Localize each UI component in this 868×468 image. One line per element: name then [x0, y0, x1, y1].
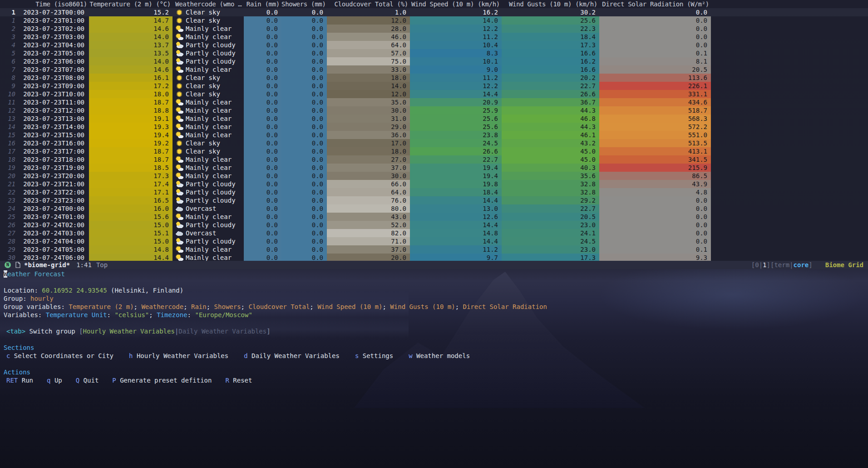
modeline-tab-core[interactable]: core — [794, 261, 809, 269]
tab-key-hint[interactable]: <tab> — [6, 328, 25, 335]
column-header-showers[interactable]: Showers (mm) — [281, 0, 327, 8]
table-row[interactable]: 152023-07-23T15:0019.4Mainly clear0.00.0… — [0, 131, 868, 139]
table-row[interactable]: 272023-07-24T03:0015.1Overcast0.00.082.0… — [0, 229, 868, 237]
cell-showers: 0.0 — [281, 196, 327, 204]
group-variable[interactable]: Showers — [214, 303, 241, 310]
sections-heading: Sections — [0, 344, 868, 352]
section-item-c[interactable]: cSelect Coordinates or City — [6, 352, 113, 360]
table-row[interactable]: 182023-07-23T18:0018.7Mainly clear0.00.0… — [0, 155, 868, 164]
table-row[interactable]: 242023-07-24T00:0016.0Overcast0.00.080.0… — [0, 204, 868, 213]
cell-temp: 19.1 — [89, 115, 173, 123]
table-row[interactable]: 12023-07-23T01:0014.7Clear sky0.00.012.0… — [0, 16, 868, 25]
column-header-time[interactable]: Time (iso8601) — [19, 0, 89, 8]
table-row[interactable]: 282023-07-24T04:0015.0Partly cloudy0.00.… — [0, 237, 868, 245]
location-line: Location:60.16952 24.93545(Helsinki, Fin… — [0, 286, 868, 294]
table-row[interactable]: 12023-07-23T00:0015.2Clear sky0.00.01.01… — [0, 8, 868, 16]
action-item-q[interactable]: qUp — [47, 376, 62, 384]
table-row[interactable]: 252023-07-24T01:0015.6Mainly clear0.00.0… — [0, 213, 868, 221]
column-header-rain[interactable]: Rain (mm) — [244, 0, 281, 8]
group-variable[interactable]: Rain — [191, 303, 207, 310]
cell-line: 27 — [0, 229, 19, 237]
section-item-s[interactable]: sSettings — [355, 352, 393, 360]
cell-solar: 568.3 — [599, 115, 711, 123]
table-row[interactable]: 42023-07-23T04:0013.7Partly cloudy0.00.0… — [0, 41, 868, 49]
group-variable[interactable]: Weathercode — [141, 303, 183, 310]
table-row[interactable]: 122023-07-23T12:0018.8Mainly clear0.00.0… — [0, 106, 868, 115]
table-row[interactable]: 192023-07-23T19:0018.5Mainly clear0.00.0… — [0, 164, 868, 172]
cell-solar: 0.0 — [599, 213, 711, 221]
location-coordinates[interactable]: 60.16952 24.93545 — [42, 287, 107, 294]
weather-label: Mainly clear — [186, 254, 232, 261]
location-label: Location: — [4, 287, 38, 294]
table-row[interactable]: 142023-07-23T14:0019.3Mainly clear0.00.0… — [0, 123, 868, 131]
action-item-p[interactable]: PGenerate preset defition — [112, 376, 212, 384]
table-row[interactable]: 62023-07-23T06:0014.0Partly cloudy0.00.0… — [0, 57, 868, 65]
cell-wind: 14.4 — [410, 196, 502, 204]
table-row[interactable]: 132023-07-23T13:0019.1Mainly clear0.00.0… — [0, 115, 868, 123]
group-variable[interactable]: Wind Gusts (10 m) — [390, 303, 455, 310]
section-item-d[interactable]: dDaily Weather Variables — [244, 352, 340, 360]
action-item-ret[interactable]: RETRun — [6, 376, 33, 384]
table-row[interactable]: 292023-07-24T05:0014.8Mainly clear0.00.0… — [0, 245, 868, 254]
cell-showers: 0.0 — [281, 229, 327, 237]
weather-label: Clear sky — [186, 9, 220, 16]
cell-cloud: 43.0 — [327, 213, 410, 221]
table-row[interactable]: 52023-07-23T05:0013.5Partly cloudy0.00.0… — [0, 49, 868, 57]
tab-option-inactive[interactable]: Daily Weather Variables — [178, 328, 266, 335]
weather-label: Mainly clear — [186, 164, 232, 171]
tab-option-active[interactable]: Hourly Weather Variables — [83, 328, 175, 335]
table-row[interactable]: 262023-07-24T02:0015.0Partly cloudy0.00.… — [0, 221, 868, 229]
table-row[interactable]: 202023-07-23T20:0017.3Mainly clear0.00.0… — [0, 172, 868, 180]
sun-behind-small-cloud-icon — [175, 107, 183, 114]
table-row[interactable]: 222023-07-23T22:0017.1Partly cloudy0.00.… — [0, 188, 868, 196]
table-row[interactable]: 302023-07-24T06:0014.4Mainly clear0.00.0… — [0, 254, 868, 261]
sun-behind-small-cloud-icon — [175, 115, 183, 122]
cell-line: 30 — [0, 254, 19, 261]
cell-gusts: 23.0 — [502, 221, 599, 229]
group-variable[interactable]: Temperature (2 m) — [69, 303, 133, 310]
table-row[interactable]: 92023-07-23T09:0017.2Clear sky0.00.014.0… — [0, 82, 868, 90]
cell-gusts: 24.5 — [502, 237, 599, 245]
major-mode-name[interactable]: Biome Grid — [825, 261, 863, 269]
table-row[interactable]: 82023-07-23T08:0016.1Clear sky0.00.018.0… — [0, 74, 868, 82]
cell-gusts: 22.7 — [502, 82, 599, 90]
cell-wind: 12.2 — [410, 82, 502, 90]
section-item-w[interactable]: wWeather models — [409, 352, 470, 360]
column-header-weather[interactable]: Weathercode (wmo … — [173, 0, 244, 8]
table-row[interactable]: 22023-07-23T02:0014.6Mainly clear0.00.02… — [0, 25, 868, 33]
table-row[interactable]: 32023-07-23T03:0014.0Mainly clear0.00.04… — [0, 33, 868, 41]
column-header-wind[interactable]: Wind Speed (10 m) (km/h) — [410, 0, 502, 8]
group-variable[interactable]: Wind Speed (10 m) — [317, 303, 382, 310]
column-header-temp[interactable]: Temperature (2 m) (°C) — [89, 0, 173, 8]
cell-rain: 0.0 — [244, 131, 281, 139]
column-header-cloud[interactable]: Cloudcover Total (%) — [327, 0, 410, 8]
group-variable[interactable]: Direct Solar Radiation — [463, 303, 547, 310]
section-item-label: Hourly Weather Variables — [137, 352, 228, 359]
file-icon — [15, 262, 20, 268]
cell-wind: 14.0 — [410, 16, 502, 25]
table-row[interactable]: 102023-07-23T10:0018.0Clear sky0.00.012.… — [0, 90, 868, 98]
modeline-tab-term[interactable]: term — [774, 261, 789, 269]
table-row[interactable]: 232023-07-23T23:0016.5Partly cloudy0.00.… — [0, 196, 868, 204]
table-row[interactable]: 212023-07-23T21:0017.4Partly cloudy0.00.… — [0, 180, 868, 188]
table-row[interactable]: 162023-07-23T16:0019.2Clear sky0.00.017.… — [0, 139, 868, 147]
group-value[interactable]: hourly — [30, 295, 54, 302]
column-header-solar[interactable]: Direct Solar Radiation (W/m²) — [599, 0, 711, 8]
table-row[interactable]: 72023-07-23T07:0014.6Mainly clear0.00.03… — [0, 65, 868, 74]
group-variable[interactable]: Cloudcover Total — [248, 303, 310, 310]
table-row[interactable]: 172023-07-23T17:0018.7Clear sky0.00.018.… — [0, 147, 868, 155]
cell-time: 2023-07-23T10:00 — [19, 90, 89, 98]
action-item-q[interactable]: QQuit — [76, 376, 99, 384]
sun-icon — [175, 9, 183, 16]
cell-temp: 18.7 — [89, 147, 173, 155]
buffer-name[interactable]: *biome-grid* — [24, 261, 70, 269]
action-item-r[interactable]: RReset — [225, 376, 252, 384]
table-row[interactable]: 112023-07-23T11:0018.7Mainly clear0.00.0… — [0, 98, 868, 106]
section-item-h[interactable]: hHourly Weather Variables — [129, 352, 228, 360]
cell-weather: Mainly clear — [173, 172, 244, 180]
cell-solar: 0.1 — [599, 49, 711, 57]
workspace-current[interactable]: 1 — [763, 261, 766, 269]
column-header-gusts[interactable]: Wind Gusts (10 m) (km/h) — [502, 0, 599, 8]
modeline-right: [0| 1 ][ term | core ] Biome Grid — [751, 261, 863, 269]
cell-solar: 86.5 — [599, 172, 711, 180]
